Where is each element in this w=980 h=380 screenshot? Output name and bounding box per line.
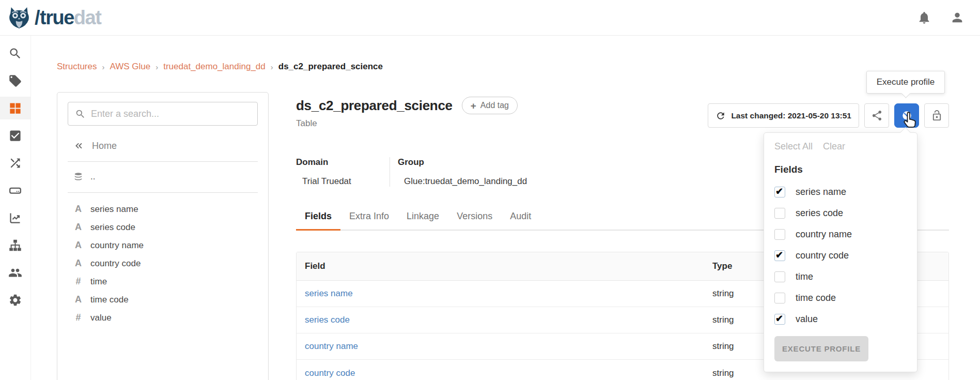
structures-grid-icon — [8, 101, 22, 115]
rail-item-structures[interactable] — [0, 97, 30, 119]
field-link[interactable]: series name — [297, 288, 712, 299]
page-title: ds_c2_prepared_science — [296, 98, 453, 114]
share-button[interactable] — [864, 103, 889, 128]
explorer-field-list: A series name A series code A country na… — [57, 200, 268, 327]
drive-icon — [8, 184, 22, 197]
option-time[interactable]: time — [774, 266, 907, 287]
home-label: Home — [92, 141, 117, 151]
option-label: value — [796, 314, 818, 325]
execute-profile-button[interactable] — [894, 103, 919, 128]
option-label: series code — [796, 208, 843, 219]
field-label: series code — [90, 222, 135, 233]
string-type-icon: A — [73, 204, 83, 215]
double-chevron-left-icon — [73, 141, 84, 151]
string-type-icon: A — [73, 294, 83, 305]
database-icon — [73, 172, 83, 182]
tab-fields[interactable]: Fields — [296, 211, 340, 230]
rail-item-lineage[interactable] — [0, 151, 30, 174]
logo-true: true — [40, 7, 74, 29]
divider — [68, 161, 258, 162]
left-rail-nav — [0, 36, 31, 380]
option-label: series name — [796, 187, 846, 197]
checkbox-icon[interactable] — [774, 271, 785, 282]
execute-profile-submit-button[interactable]: EXECUTE PROFILE — [774, 336, 868, 361]
breadcrumb-link-landing-dd[interactable]: truedat_demo_landing_dd — [163, 62, 266, 72]
explorer-field-time[interactable]: # time — [57, 272, 268, 291]
gauge-icon — [901, 110, 913, 121]
option-label: time — [796, 271, 813, 282]
breadcrumb-link-structures[interactable]: Structures — [57, 62, 97, 72]
checkbox-icon[interactable] — [774, 314, 785, 325]
breadcrumb-link-aws-glue[interactable]: AWS Glue — [110, 62, 150, 72]
option-value[interactable]: value — [774, 309, 907, 330]
rail-item-taxonomy[interactable] — [0, 234, 30, 256]
rail-item-quality[interactable] — [0, 124, 30, 147]
tab-audit[interactable]: Audit — [501, 211, 540, 230]
trend-chart-icon — [8, 211, 22, 225]
tab-versions[interactable]: Versions — [448, 211, 501, 230]
explorer-search — [68, 102, 258, 126]
explorer-field-series-code[interactable]: A series code — [57, 218, 268, 236]
explorer-field-country-name[interactable]: A country name — [57, 236, 268, 254]
permissions-lock-button[interactable] — [924, 103, 949, 128]
search-input[interactable] — [91, 109, 246, 119]
checkbox-icon[interactable] — [774, 208, 785, 219]
user-avatar-icon[interactable] — [950, 10, 965, 25]
rail-item-profiling[interactable] — [0, 206, 30, 229]
logo-dat: dat — [74, 7, 101, 29]
option-time-code[interactable]: time code — [774, 287, 907, 309]
unlock-icon — [931, 110, 943, 121]
check-square-icon — [8, 129, 22, 143]
users-group-icon — [8, 266, 22, 280]
explorer-field-series-name[interactable]: A series name — [57, 200, 268, 218]
breadcrumb-separator: › — [155, 63, 158, 71]
tag-icon — [8, 74, 22, 88]
structure-type-label: Table — [296, 118, 317, 129]
option-country-code[interactable]: country code — [774, 245, 907, 266]
checkbox-icon[interactable] — [774, 293, 785, 303]
breadcrumb-separator: › — [102, 63, 104, 71]
field-link[interactable]: series code — [297, 315, 712, 325]
dropdown-options: series name series code country name cou… — [774, 181, 907, 330]
clear-link[interactable]: Clear — [823, 141, 845, 152]
option-label: time code — [796, 293, 836, 303]
rail-item-users[interactable] — [0, 261, 30, 284]
parent-item-label: .. — [90, 172, 95, 182]
explorer-parent-item[interactable]: .. — [57, 169, 268, 185]
last-changed-button[interactable]: Last changed: 2021-05-20 13:51 — [708, 103, 859, 128]
select-all-link[interactable]: Select All — [774, 141, 813, 152]
sitemap-icon — [8, 238, 22, 252]
tab-extra-info[interactable]: Extra Info — [340, 211, 398, 230]
truedat-logo[interactable]: /truedat — [7, 6, 101, 29]
rail-item-settings[interactable] — [0, 288, 30, 311]
option-series-name[interactable]: series name — [774, 181, 907, 203]
execute-profile-dropdown: Select All Clear Fields series name seri… — [764, 132, 917, 372]
divider — [68, 192, 258, 193]
domain-value: Trial Truedat — [302, 176, 379, 187]
rail-item-tags[interactable] — [0, 69, 30, 92]
field-label: time — [90, 277, 107, 287]
domain-label: Domain — [296, 157, 379, 168]
explorer-field-country-code[interactable]: A country code — [57, 254, 268, 272]
notifications-bell-icon[interactable] — [917, 10, 931, 25]
tooltip-text: Execute profile — [877, 77, 935, 87]
field-link[interactable]: country name — [297, 341, 712, 352]
option-label: country name — [796, 229, 852, 240]
option-country-name[interactable]: country name — [774, 224, 907, 245]
topbar: /truedat — [0, 0, 980, 36]
rail-item-search[interactable] — [0, 42, 30, 65]
string-type-icon: A — [73, 222, 83, 233]
checkbox-icon[interactable] — [774, 229, 785, 240]
explorer-field-value[interactable]: # value — [57, 309, 268, 327]
field-link[interactable]: country code — [297, 368, 712, 378]
explorer-field-time-code[interactable]: A time code — [57, 291, 268, 309]
logo-slash: / — [35, 7, 39, 29]
tab-linkage[interactable]: Linkage — [398, 211, 448, 230]
checkbox-icon[interactable] — [774, 250, 785, 261]
rail-item-systems[interactable] — [0, 179, 30, 202]
explorer-home-item[interactable]: Home — [57, 138, 268, 154]
checkbox-icon[interactable] — [774, 187, 785, 197]
option-series-code[interactable]: series code — [774, 203, 907, 224]
add-tag-button[interactable]: + Add tag — [462, 97, 518, 114]
breadcrumb-separator: › — [271, 63, 273, 71]
